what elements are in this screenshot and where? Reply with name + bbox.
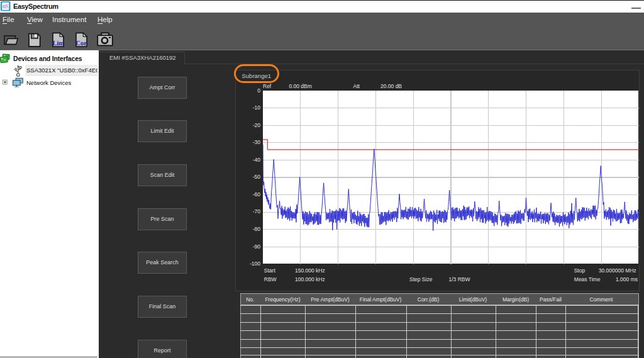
svg-text:Lim: Lim [52,40,64,47]
svg-text:Cor: Cor [75,40,87,47]
